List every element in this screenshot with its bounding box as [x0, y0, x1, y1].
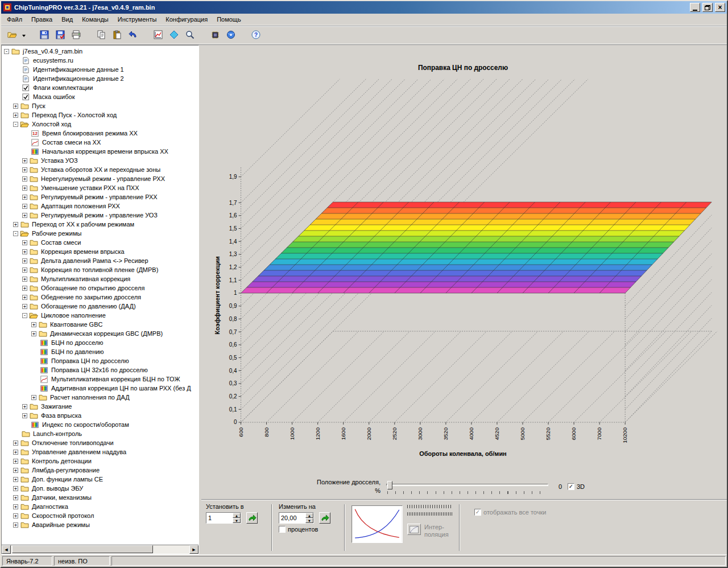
- tree-item[interactable]: +Состав смеси: [2, 238, 198, 247]
- minimize-button[interactable]: [690, 3, 700, 12]
- tree-expander[interactable]: +: [13, 513, 18, 518]
- tree-item[interactable]: БЦН по давлению: [2, 347, 198, 356]
- percent-checkbox[interactable]: процентов: [279, 526, 338, 533]
- apply-set-button[interactable]: [246, 512, 258, 524]
- tree-expander[interactable]: +: [13, 504, 18, 509]
- restore-button[interactable]: [702, 3, 713, 12]
- undo-button[interactable]: [125, 28, 141, 43]
- tree-item[interactable]: Аддитивная коррекция ЦН по шагам РХХ (бе…: [2, 384, 198, 393]
- tree-item[interactable]: +Датчики, механизмы: [2, 493, 198, 502]
- tree-horizontal-scrollbar[interactable]: ◀ ▶: [2, 545, 198, 554]
- tree-expander[interactable]: +: [13, 522, 18, 528]
- tree-expander[interactable]: -: [22, 313, 27, 318]
- tree-item[interactable]: -Цикловое наполнение: [2, 311, 198, 320]
- tree-item[interactable]: +Регулируемый режим - управление РХХ: [2, 192, 198, 201]
- set-to-down-button[interactable]: ▼: [233, 518, 241, 523]
- tree-item[interactable]: +Лямбда-регулирование: [2, 466, 198, 475]
- tree-item[interactable]: +Скоростной протокол: [2, 511, 198, 520]
- tree-item[interactable]: +Коррекция по топливной пленке (ДМРВ): [2, 265, 198, 274]
- scroll-left-button[interactable]: ◀: [2, 545, 11, 554]
- tree-item[interactable]: Состав смеси на XX: [2, 138, 198, 147]
- menu-item-6[interactable]: Помощь: [212, 14, 246, 24]
- tree-expander[interactable]: +: [22, 186, 27, 191]
- tree-expander[interactable]: +: [22, 240, 27, 245]
- tree-item[interactable]: +Обогащение по давлению (ДАД): [2, 302, 198, 311]
- tree-expander[interactable]: -: [13, 122, 18, 127]
- tree-expander[interactable]: +: [13, 104, 18, 109]
- tree-expander[interactable]: +: [13, 113, 18, 118]
- tree-item[interactable]: Индекс по скорости/оборотам: [2, 420, 198, 429]
- tree-item[interactable]: +Коррекция времени впрыска: [2, 247, 198, 256]
- set-to-up-button[interactable]: ▲: [233, 513, 241, 518]
- interpolation-button[interactable]: [407, 524, 421, 535]
- tree-item[interactable]: +Обеднение по закрытию дросселя: [2, 293, 198, 302]
- tree-expander[interactable]: +: [13, 459, 18, 464]
- slider-track[interactable]: [386, 484, 548, 486]
- tree-item[interactable]: +Диагностика: [2, 502, 198, 511]
- apply-change-button[interactable]: [319, 512, 330, 524]
- programmer-button[interactable]: [207, 28, 223, 43]
- tree-expander[interactable]: +: [13, 450, 18, 455]
- tree-expander[interactable]: +: [22, 258, 27, 264]
- help-button[interactable]: ?: [248, 28, 264, 43]
- show-all-points-checkbox[interactable]: ✓ отображать все точки: [474, 509, 546, 552]
- tree-item[interactable]: +Пуск: [2, 101, 198, 110]
- tree-expander[interactable]: +: [22, 267, 27, 273]
- change-by-down-button[interactable]: ▼: [305, 518, 313, 523]
- interpolation-preview[interactable]: [351, 505, 403, 543]
- tree-expander[interactable]: +: [13, 495, 18, 500]
- tree-item[interactable]: +Доп. функции лампы CE: [2, 475, 198, 484]
- tree-item[interactable]: Идентификационные данные 1: [2, 65, 198, 74]
- tree-item[interactable]: +Динамическая коррекция GBC (ДМРВ): [2, 329, 198, 338]
- tree-expander[interactable]: +: [13, 477, 18, 482]
- tree-item[interactable]: -Рабочие режимы: [2, 229, 198, 238]
- paste-button[interactable]: [109, 28, 125, 43]
- tree-expander[interactable]: +: [22, 249, 27, 254]
- change-by-up-button[interactable]: ▲: [305, 513, 313, 518]
- compare-button[interactable]: [166, 28, 182, 43]
- interpolation-scale-top[interactable]: [407, 505, 453, 508]
- tree-expander[interactable]: -: [13, 231, 18, 236]
- tree-item[interactable]: Начальная коррекция времени впрыска XX: [2, 147, 198, 156]
- slider-thumb[interactable]: [387, 481, 392, 489]
- tree-expander[interactable]: +: [22, 413, 27, 418]
- tree-expander[interactable]: +: [22, 213, 27, 218]
- tree-item[interactable]: Мультипликативная коррекция БЦН по ТОЖ: [2, 374, 198, 384]
- tree-expander[interactable]: +: [31, 331, 36, 336]
- tree-item[interactable]: Флаги комплектации: [2, 83, 198, 92]
- firmware-button[interactable]: [223, 28, 239, 43]
- print-button[interactable]: [68, 28, 84, 43]
- tree-expander[interactable]: +: [22, 167, 27, 172]
- tree-expander[interactable]: +: [22, 286, 27, 291]
- tree-item[interactable]: +Адаптация положения РХХ: [2, 201, 198, 211]
- tree-expander[interactable]: +: [22, 158, 27, 163]
- tree-item[interactable]: +Нерегулируемый режим - управление РХХ: [2, 174, 198, 183]
- save-as-button[interactable]: [52, 28, 68, 43]
- tree-item[interactable]: +Регулируемый режим - управление УОЗ: [2, 211, 198, 220]
- tree-item[interactable]: БЦН по дросселю: [2, 338, 198, 347]
- tree-expander[interactable]: +: [31, 395, 36, 400]
- copy-button[interactable]: [93, 28, 109, 43]
- tree-expander[interactable]: +: [31, 322, 36, 327]
- menu-item-3[interactable]: Команды: [77, 14, 113, 24]
- menu-item-2[interactable]: Вид: [57, 14, 77, 24]
- tree-item[interactable]: +Обогащение по открытию дросселя: [2, 283, 198, 293]
- open-dropdown-button[interactable]: [20, 28, 27, 43]
- menu-item-0[interactable]: Файл: [2, 14, 27, 24]
- menu-item-5[interactable]: Конфигурация: [161, 14, 212, 24]
- set-to-input[interactable]: [206, 513, 233, 523]
- tree-item[interactable]: +Фаза впрыска: [2, 411, 198, 420]
- tree-item[interactable]: +Переход от XX к рабочим режимам: [2, 220, 198, 229]
- tree-expander[interactable]: +: [22, 404, 27, 409]
- tree-item[interactable]: +Управление давлением наддува: [2, 447, 198, 456]
- tree-item[interactable]: +Аварийные режимы: [2, 520, 198, 529]
- tree-item[interactable]: +Зажигание: [2, 402, 198, 411]
- tree-item[interactable]: Идентификационные данные 2: [2, 74, 198, 83]
- tree-item[interactable]: +Доп. выводы ЭБУ: [2, 484, 198, 493]
- tree-item[interactable]: +Контроль детонации: [2, 456, 198, 466]
- scroll-right-button[interactable]: ▶: [189, 545, 198, 554]
- tree-item[interactable]: +Переход Пуск - Холостой ход: [2, 110, 198, 120]
- menu-item-1[interactable]: Правка: [27, 14, 57, 24]
- tree-item[interactable]: +Уменьшение уставки РХХ на ПХХ: [2, 183, 198, 192]
- tree-item[interactable]: Launch-контроль: [2, 429, 198, 438]
